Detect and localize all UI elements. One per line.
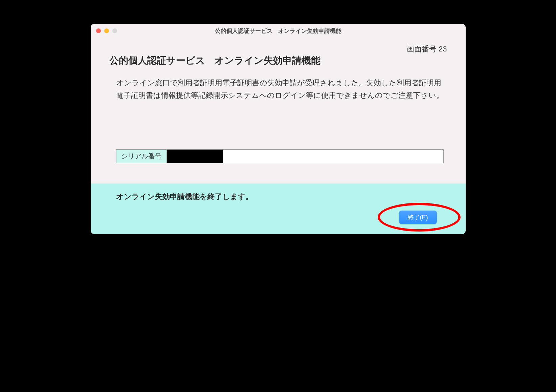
footer-area: オンライン失効申請機能を終了します。 終了(E)	[91, 183, 466, 234]
serial-number-value	[223, 150, 443, 163]
exit-button[interactable]: 終了(E)	[399, 211, 437, 224]
info-message: オンライン窓口で利用者証明用電子証明書の失効申請が受理されました。失効した利用者…	[109, 77, 447, 102]
application-window: 公的個人認証サービス オンライン失効申請機能 画面番号 23 公的個人認証サービ…	[91, 24, 466, 234]
content-area: 画面番号 23 公的個人認証サービス オンライン失効申請機能 オンライン窓口で利…	[91, 38, 466, 183]
close-window-button[interactable]	[96, 28, 101, 33]
page-heading: 公的個人認証サービス オンライン失効申請機能	[109, 54, 447, 67]
titlebar: 公的個人認証サービス オンライン失効申請機能	[91, 24, 466, 38]
serial-number-label: シリアル番号	[116, 150, 167, 163]
maximize-window-button	[112, 28, 117, 33]
button-area: 終了(E)	[109, 211, 447, 224]
traffic-lights	[96, 28, 117, 33]
minimize-window-button[interactable]	[104, 28, 109, 33]
window-title: 公的個人認証サービス オンライン失効申請機能	[91, 27, 466, 35]
serial-number-redacted	[167, 150, 223, 163]
footer-message: オンライン失効申請機能を終了します。	[109, 192, 447, 202]
screen-number: 画面番号 23	[407, 44, 447, 54]
serial-number-row: シリアル番号	[116, 149, 444, 163]
